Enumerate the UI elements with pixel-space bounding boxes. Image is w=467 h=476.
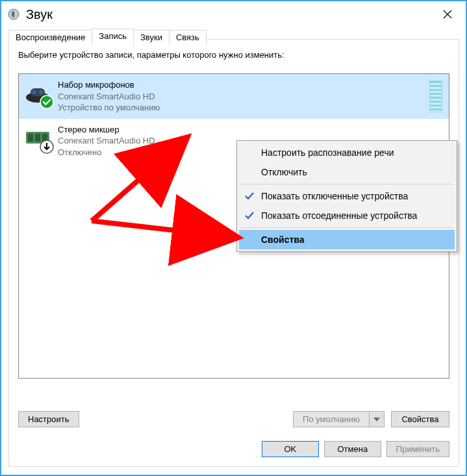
svg-rect-7 [28,134,33,142]
tab-communications[interactable]: Связь [169,30,207,45]
svg-point-3 [32,90,36,94]
mixer-icon [24,124,51,151]
window-title: Звук [26,7,53,22]
ctx-show-disconnected[interactable]: Показать отсоединенные устройства [239,206,455,225]
tab-playback[interactable]: Воспроизведение [8,30,92,45]
check-icon [244,191,255,201]
ctx-label: Показать отсоединенные устройства [261,210,417,221]
properties-button[interactable]: Свойства [391,411,449,427]
device-name: Стерео микшер [58,124,444,136]
ok-button[interactable]: OK [262,441,319,457]
device-status: Устройство по умолчанию [58,102,423,114]
configure-button[interactable]: Настроить [18,411,79,427]
device-item[interactable]: Набор микрофонов Conexant SmartAudio HD … [19,74,449,119]
sound-icon [8,8,19,20]
ctx-separator [240,227,453,228]
svg-point-5 [40,95,53,108]
tab-panel: Выберите устройство записи, параметры ко… [8,39,459,467]
device-name: Набор микрофонов [58,79,423,91]
cancel-button[interactable]: Отмена [324,441,381,457]
tab-recording[interactable]: Запись [92,29,134,45]
ctx-show-disabled[interactable]: Показать отключенные устройства [239,186,455,206]
device-driver: Conexant SmartAudio HD [58,91,423,103]
panel-button-row: Настроить По умолчанию Свойства [18,411,449,427]
down-badge-icon [40,140,54,154]
ctx-disable[interactable]: Отключить [239,162,455,182]
level-meter [429,81,442,112]
default-dropdown-toggle[interactable] [369,411,385,427]
ctx-separator [240,184,453,184]
ctx-properties[interactable]: Свойства [239,230,455,249]
microphone-icon [24,79,51,106]
svg-point-4 [39,90,43,94]
tabs: Воспроизведение Запись Звуки Связь [8,29,207,44]
titlebar: Звук [1,1,466,27]
ctx-label: Показать отключенные устройства [261,191,408,201]
apply-button[interactable]: Применить [386,441,449,457]
check-icon [244,210,255,221]
close-button[interactable] [433,5,462,24]
sound-window: Звук Воспроизведение Запись Звуки Связь … [0,0,467,476]
ctx-configure-speech[interactable]: Настроить распознавание речи [239,143,455,162]
context-menu: Настроить распознавание речи Отключить П… [236,140,457,252]
default-button[interactable]: По умолчанию [293,411,369,427]
dialog-button-row: OK Отмена Применить [262,441,449,457]
instruction-text: Выберите устройство записи, параметры ко… [18,50,449,60]
default-split-button[interactable]: По умолчанию [293,411,385,427]
tab-sounds[interactable]: Звуки [133,30,170,45]
check-badge-icon [40,95,54,109]
